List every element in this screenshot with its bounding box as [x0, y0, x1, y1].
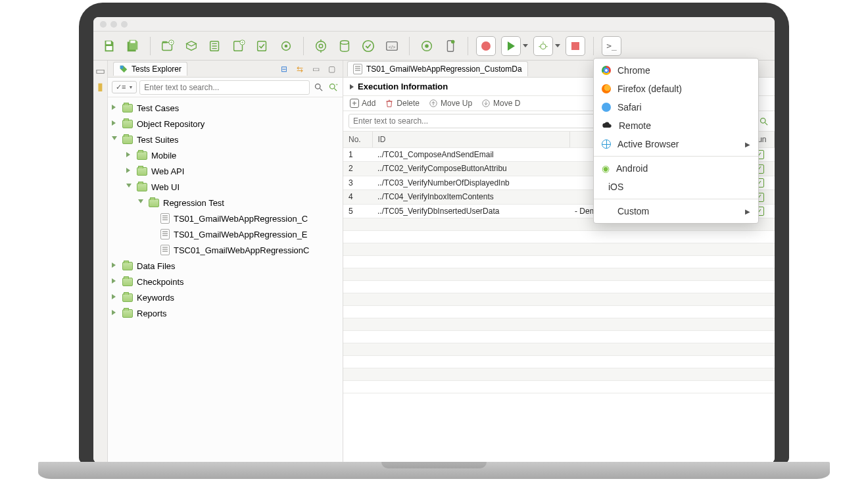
globe-icon	[602, 139, 611, 149]
delete-button[interactable]: Delete	[385, 99, 420, 108]
search-icon[interactable]	[312, 82, 324, 93]
svg-point-22	[363, 40, 374, 51]
chrome-icon	[602, 66, 611, 75]
minimize-view-button[interactable]: ▭	[310, 63, 322, 75]
submenu-arrow-icon: ▶	[745, 141, 750, 148]
menu-chrome[interactable]: Chrome	[594, 61, 758, 80]
editor-tab[interactable]: TS01_GmailWebAppRegression_CustomDa	[347, 61, 528, 76]
cloud-icon	[602, 120, 612, 132]
table-search-icon[interactable]	[758, 115, 769, 127]
tests-explorer-tab[interactable]: Tests Explorer	[113, 62, 187, 76]
device-base	[38, 462, 830, 479]
section-toggle-icon	[350, 84, 354, 89]
menu-remote[interactable]: Remote	[594, 116, 758, 135]
trash-icon	[385, 99, 394, 108]
file-icon	[353, 64, 362, 74]
table-row	[343, 331, 775, 343]
firefox-icon	[602, 84, 611, 93]
gutter-clipboard-icon[interactable]: ▮	[95, 80, 107, 92]
spy-web-button[interactable]	[312, 37, 330, 55]
col-id-header[interactable]: ID	[372, 132, 569, 147]
move-down-button[interactable]: Move D	[481, 99, 520, 108]
database-button[interactable]	[335, 37, 354, 55]
submenu-arrow-icon: ▶	[745, 208, 750, 215]
stop-button[interactable]	[566, 36, 585, 56]
tree-ts01c[interactable]: TS01_GmailWebAppRegression_C	[112, 211, 339, 226]
explorer-search-input[interactable]	[139, 80, 310, 95]
run-button[interactable]	[501, 36, 521, 56]
table-row	[343, 281, 775, 293]
table-row	[343, 356, 775, 368]
table-row	[343, 243, 775, 256]
explorer-icon	[119, 64, 128, 74]
new-object-button[interactable]	[182, 37, 201, 55]
window-minimize-icon[interactable]	[110, 21, 117, 28]
android-icon: ◉	[602, 163, 610, 174]
svg-text:+: +	[170, 40, 173, 45]
menu-safari[interactable]: Safari	[594, 98, 758, 116]
tree-web-api[interactable]: Web API	[112, 163, 339, 179]
maximize-view-button[interactable]: ▢	[326, 63, 337, 75]
tree-test-cases[interactable]: Test Cases	[112, 100, 339, 116]
spy-mobile-button[interactable]	[441, 37, 460, 55]
menu-ios[interactable]: iOS	[594, 178, 758, 196]
menu-custom[interactable]: Custom▶	[594, 202, 758, 220]
table-row	[343, 381, 775, 393]
validate-button[interactable]	[359, 37, 377, 55]
link-editor-button[interactable]: ⇆	[294, 63, 306, 75]
filter-dropdown[interactable]: ✓≡▼	[112, 81, 137, 93]
svg-point-17	[316, 41, 326, 51]
debug-dropdown-toggle[interactable]	[555, 44, 560, 47]
menu-firefox[interactable]: Firefox (default)	[594, 80, 758, 98]
run-menu: Chrome Firefox (default) Safari Remote A…	[593, 58, 759, 224]
tree-ts01e[interactable]: TS01_GmailWebAppRegression_E	[112, 226, 339, 242]
add-button[interactable]: Add	[350, 99, 375, 108]
tests-explorer-title: Tests Explorer	[132, 64, 181, 74]
spy-object-button[interactable]	[418, 37, 436, 55]
tree-mobile[interactable]: Mobile	[112, 147, 339, 163]
svg-point-18	[319, 44, 323, 48]
svg-line-41	[765, 122, 767, 125]
plus-icon	[350, 99, 359, 108]
window-close-icon[interactable]	[100, 21, 107, 28]
tree-tsc01[interactable]: TSC01_GmailWebAppRegressionC	[112, 242, 339, 258]
collapse-tree-button[interactable]: ⊟	[278, 63, 290, 75]
svg-rect-4	[162, 41, 167, 43]
svg-rect-1	[106, 46, 112, 50]
new-checkpoint-button[interactable]	[253, 37, 272, 55]
tree-keywords[interactable]: Keywords	[112, 289, 339, 305]
record-button[interactable]	[476, 36, 496, 56]
search-new-icon[interactable]: +	[327, 82, 339, 93]
tree-checkpoints[interactable]: Checkpoints	[112, 274, 339, 289]
table-row	[343, 368, 775, 381]
menu-android[interactable]: ◉Android	[594, 159, 758, 178]
save-button[interactable]	[100, 37, 118, 55]
new-test-case-button[interactable]: +	[158, 37, 177, 55]
new-test-suite-button[interactable]	[206, 37, 224, 55]
project-tree: Test Cases Object Repository Test Suites…	[108, 97, 343, 324]
code-view-button[interactable]: </>	[383, 37, 401, 55]
run-dropdown-toggle[interactable]	[523, 44, 528, 47]
svg-text:+: +	[335, 82, 338, 86]
gutter-layout-icon[interactable]: ▭	[95, 64, 107, 76]
move-up-button[interactable]: Move Up	[429, 99, 472, 108]
tree-data-files[interactable]: Data Files	[112, 258, 339, 274]
new-data-file-button[interactable]: +	[229, 37, 248, 55]
tree-test-suites[interactable]: Test Suites	[112, 132, 339, 147]
svg-line-34	[320, 88, 322, 91]
settings-button[interactable]	[277, 37, 295, 55]
terminal-button[interactable]: >_	[602, 36, 621, 56]
save-all-button[interactable]	[124, 37, 142, 55]
window-zoom-icon[interactable]	[121, 21, 128, 28]
tree-object-repository[interactable]: Object Repository	[112, 116, 339, 132]
main-toolbar: + + </> >_	[93, 32, 775, 61]
tree-reports[interactable]: Reports	[112, 305, 339, 321]
debug-button[interactable]	[533, 36, 553, 56]
svg-text:</>: </>	[389, 43, 396, 49]
col-no-header[interactable]: No.	[343, 132, 372, 147]
tests-explorer-panel: Tests Explorer ⊟ ⇆ ▭ ▢ ✓≡▼ + Test Cases	[108, 61, 343, 463]
tree-regression-test[interactable]: Regression Test	[112, 195, 339, 211]
menu-active-browser[interactable]: Active Browser▶	[594, 135, 758, 153]
svg-line-36	[334, 88, 337, 91]
tree-web-ui[interactable]: Web UI	[112, 179, 339, 195]
